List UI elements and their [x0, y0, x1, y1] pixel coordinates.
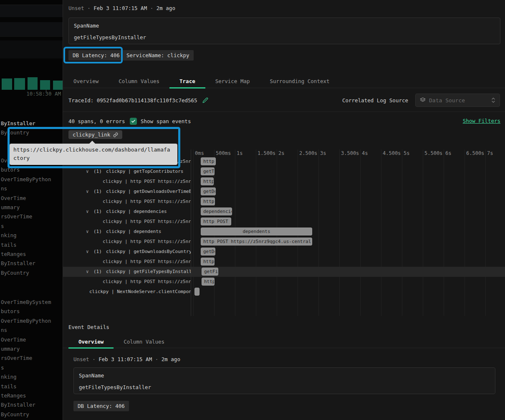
- tab-surrounding-context[interactable]: Surrounding Context: [260, 75, 340, 87]
- span-duration-bar[interactable]: http POST: [201, 218, 231, 225]
- show-span-events-label[interactable]: Show span events: [141, 118, 191, 124]
- span-name-card: SpanName getFileTypesByInstaller: [73, 367, 495, 394]
- chevron-down-icon[interactable]: ∨: [86, 207, 91, 217]
- axis-tick-label: 4s: [362, 150, 368, 156]
- trace-span-row[interactable]: ∨(1)clickpy | dependenciesdependencies: [63, 207, 505, 217]
- trace-span-row[interactable]: clickpy | http POST https://z5nrz9qgc4.u…: [63, 197, 505, 207]
- chevron-down-icon[interactable]: ∨: [86, 167, 91, 177]
- span-duration-bar[interactable]: http POST https://z5nrz9qgc4.us-central: [201, 197, 215, 205]
- span-child-count: (1): [93, 267, 103, 277]
- background-query-item: tails: [1, 382, 63, 391]
- tab-service-map[interactable]: Service Map: [205, 75, 260, 87]
- span-row-label: ∨(1)clickpy | dependencies: [63, 207, 191, 217]
- background-query-item: OverTimeBySystem: [1, 298, 63, 307]
- background-query-item: ByInstaller: [1, 259, 63, 268]
- background-query-item: s: [1, 363, 63, 372]
- span-name-label: SpanName: [79, 372, 104, 379]
- span-name-card: SpanName getFileTypesByInstaller: [68, 18, 500, 44]
- axis-tick-label: 2s: [278, 150, 284, 156]
- histogram-bar: [14, 78, 25, 90]
- trace-span-row[interactable]: ∨(1)clickpy | getTopContributorsgetTopCo…: [63, 167, 505, 177]
- trace-span-row[interactable]: clickpy | http POST https://z5nrz9qgc4.u…: [63, 257, 505, 267]
- trace-span-row[interactable]: ∨(1)clickpy | dependentsdependents: [63, 227, 505, 237]
- status-label: Unset: [68, 5, 84, 11]
- span-duration-bar[interactable]: http POST https://z5nrz9qgc4.us-central: [201, 177, 214, 185]
- span-duration-bar[interactable]: [194, 288, 199, 296]
- span-name-text: clickpy | dependencies: [106, 209, 167, 214]
- background-query-item: OverTime: [1, 194, 63, 203]
- span-row-label: ∨(1)clickpy | getDownloadsByCountry: [63, 247, 191, 257]
- span-name-text: clickpy | getDownloadsByCountry: [106, 249, 191, 254]
- link-url-tooltip: https://clickpy.clickhouse.com/dashboard…: [10, 144, 177, 165]
- trace-drawer: Unset · Feb 3 11:07:15 AM · 2m ago SpanN…: [63, 0, 505, 420]
- span-row-label: ∨(1)clickpy | getDownloadsOverTimeBySyst…: [63, 187, 191, 197]
- histogram-bar: [2, 78, 12, 90]
- tab-overview[interactable]: Overview: [63, 75, 109, 87]
- trace-id-label: TraceId: 0952fad0b67b114138fc110f3c7ed56…: [68, 97, 197, 104]
- background-query-item: ns: [1, 326, 63, 335]
- span-name-text: clickpy | dependents: [106, 229, 161, 234]
- chevron-down-icon[interactable]: ∨: [86, 227, 91, 237]
- span-row-label: clickpy | http POST https://z5nrz9qgc4.u…: [63, 177, 191, 187]
- span-name-label: SpanName: [74, 23, 99, 29]
- span-name-text: clickpy | http POST https://z5nrz9qgc4.u…: [103, 279, 191, 284]
- db-latency-badge[interactable]: DB Latency: 406: [68, 50, 124, 61]
- span-name-text: clickpy | getFileTypesByInstaller: [106, 269, 191, 274]
- span-name-text: clickpy | http POST https://z5nrz9qgc4.u…: [103, 179, 191, 184]
- chevron-down-icon[interactable]: ∨: [86, 247, 91, 257]
- data-source-select[interactable]: Data Source: [415, 94, 500, 107]
- background-query-item: ByCountry: [1, 410, 63, 419]
- clickpy-link-chip[interactable]: clickpy_link: [68, 130, 122, 139]
- span-row-label: ∨(1)clickpy | dependents: [63, 227, 191, 237]
- span-name-text: clickpy | http POST https://z5nrz9qgc4.u…: [103, 219, 191, 224]
- background-query-item: OverTime: [1, 335, 63, 344]
- span-row-label: clickpy | http POST https://z5nrz9qgc4.u…: [63, 257, 191, 267]
- tooltip-url-line1: https://clickpy.clickhouse.com/dashboard…: [13, 146, 177, 154]
- span-duration-bar[interactable]: http POST https://z5nrz9qgc4.us-central: [201, 238, 312, 245]
- span-duration-bar[interactable]: dependencies: [201, 207, 232, 215]
- background-query-item: butors: [1, 165, 63, 175]
- axis-tick-label: 6s: [445, 150, 451, 156]
- chevron-down-icon[interactable]: ∨: [86, 187, 91, 197]
- trace-span-row[interactable]: clickpy | http POST https://z5nrz9qgc4.u…: [63, 217, 505, 227]
- background-query-item: ByInstaller: [1, 119, 63, 128]
- show-span-events-checkbox[interactable]: [130, 118, 137, 125]
- span-row-label: clickpy | http POST https://z5nrz9qgc4.u…: [63, 197, 191, 207]
- background-query-item: rsOverTime: [1, 212, 63, 221]
- check-icon: [131, 119, 136, 124]
- span-duration-bar[interactable]: getTopContributors: [201, 167, 215, 175]
- event-datetime: Feb 3 11:07:15 AM: [93, 5, 147, 11]
- event-meta-line: Unset · Feb 3 11:07:15 AM · 2m ago: [73, 356, 180, 362]
- trace-span-row[interactable]: clickpy | http POST https://z5nrz9qgc4.u…: [63, 177, 505, 187]
- span-duration-bar[interactable]: getDownloadsOverTimeBySystem: [201, 187, 216, 195]
- edit-trace-id-icon[interactable]: [202, 97, 208, 103]
- axis-tick-label: 2.500s: [299, 150, 317, 156]
- span-name-text: clickpy | getTopContributors: [106, 169, 183, 174]
- background-query-item: ByCountry: [1, 268, 63, 278]
- tab-column-values[interactable]: Column Values: [109, 75, 169, 87]
- trace-span-row[interactable]: clickpy | http POST https://z5nrz9qgc4.u…: [63, 277, 505, 287]
- service-name-badge[interactable]: ServiceName: clickpy: [122, 50, 194, 61]
- span-duration-bar[interactable]: dependents: [201, 228, 312, 235]
- span-duration-bar[interactable]: http POST https://z5nrz9qgc4.us-central: [202, 278, 215, 286]
- tab-trace[interactable]: Trace: [169, 75, 205, 89]
- tab-overview[interactable]: Overview: [68, 337, 114, 349]
- background-query-item: tails: [1, 240, 63, 250]
- span-name-text: clickpy | NextNodeServer.clientComponent…: [89, 289, 191, 294]
- span-duration-bar[interactable]: getDownloadsByCountry: [201, 248, 215, 256]
- trace-span-row[interactable]: ∨(1)clickpy | getFileTypesByInstallerget…: [63, 267, 505, 277]
- show-filters-link[interactable]: Show Filters: [463, 118, 500, 124]
- trace-span-row[interactable]: clickpy | NextNodeServer.clientComponent…: [63, 287, 505, 297]
- span-duration-bar[interactable]: getFileTypesByInstaller: [202, 268, 218, 276]
- span-duration-bar[interactable]: http POST https://z5nrz9qgc4.us-central: [201, 258, 215, 266]
- axis-tick-label: 500ms: [216, 150, 231, 156]
- db-latency-badge[interactable]: DB Latency: 406: [73, 401, 129, 411]
- background-query-item: rsOverTime: [1, 354, 63, 363]
- chevron-down-icon[interactable]: ∨: [86, 267, 91, 277]
- span-name-text: clickpy | getDownloadsOverTimeBySystem: [106, 189, 191, 194]
- trace-span-row[interactable]: ∨(1)clickpy | getDownloadsByCountrygetDo…: [63, 247, 505, 257]
- trace-span-row[interactable]: ∨(1)clickpy | getDownloadsOverTimeBySyst…: [63, 187, 505, 197]
- trace-span-row[interactable]: clickpy | http POST https://z5nrz9qgc4.u…: [63, 237, 505, 247]
- tab-column-values[interactable]: Column Values: [114, 337, 174, 347]
- span-duration-bar[interactable]: http POST https://z5nrz9qgc4.us-central: [201, 157, 216, 165]
